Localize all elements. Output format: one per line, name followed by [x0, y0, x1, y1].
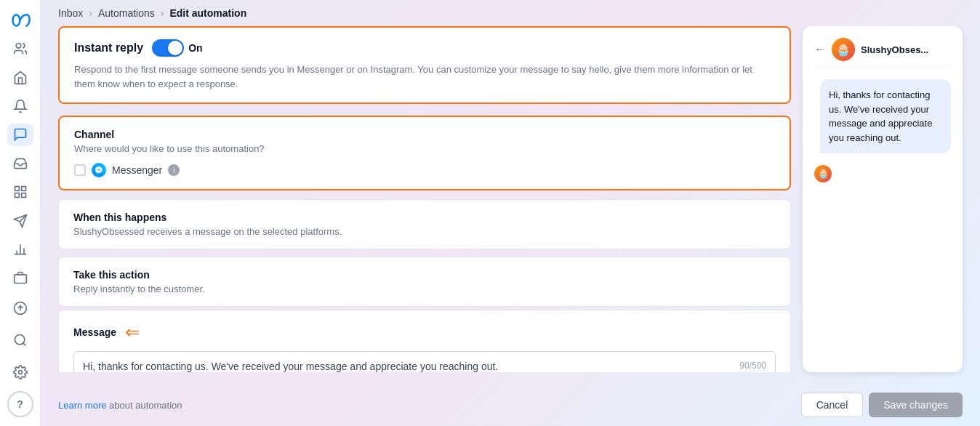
toggle-knob: [168, 41, 182, 55]
cancel-button[interactable]: Cancel: [801, 393, 864, 417]
sidebar-icon-bell[interactable]: [7, 95, 33, 117]
right-panel: ← 🧁 SlushyObses... Hi, thanks for contac…: [803, 26, 963, 372]
svg-point-1: [16, 44, 21, 49]
svg-rect-3: [21, 187, 25, 191]
messenger-label: Messenger: [112, 164, 162, 176]
instant-reply-toggle[interactable]: [152, 39, 184, 57]
sidebar-icon-grid[interactable]: [7, 180, 33, 203]
preview-back-button[interactable]: ←: [814, 43, 826, 56]
preview-message-row: Hi, thanks for contacting us. We've rece…: [814, 79, 951, 159]
channel-card: Channel Where would you like to use this…: [58, 116, 791, 190]
toggle-state-label: On: [188, 42, 202, 54]
sidebar-icon-briefcase[interactable]: [7, 267, 33, 289]
toggle-container[interactable]: On: [152, 39, 202, 57]
save-changes-button[interactable]: Save changes: [869, 393, 963, 417]
sidebar-icon-chart[interactable]: [7, 238, 33, 260]
svg-point-13: [15, 335, 24, 345]
svg-rect-4: [15, 193, 19, 198]
arrow-left-icon: ⇐: [125, 322, 140, 342]
sidebar-icon-search[interactable]: [7, 327, 33, 353]
preview-header: ← 🧁 SlushyObses...: [814, 38, 951, 68]
instant-reply-header: Instant reply On: [74, 39, 775, 57]
preview-sender-avatar: 🧁: [814, 165, 832, 182]
when-title: When this happens: [73, 212, 776, 223]
messenger-checkbox[interactable]: [74, 164, 86, 176]
char-count: 90/500: [739, 361, 766, 371]
message-textarea-container: 90/500: [73, 351, 776, 372]
preview-sender-row: 🧁: [814, 165, 951, 182]
channel-subtitle: Where would you like to use this automat…: [74, 143, 775, 154]
message-textarea[interactable]: [83, 361, 766, 372]
sidebar-icon-people[interactable]: [7, 37, 33, 60]
messenger-info-icon[interactable]: i: [168, 164, 180, 176]
sidebar-icon-help[interactable]: ?: [7, 391, 33, 417]
svg-rect-10: [14, 275, 26, 284]
instant-reply-title: Instant reply: [74, 41, 143, 55]
breadcrumb: Inbox › Automations › Edit automation: [41, 0, 980, 26]
left-panel: Instant reply On Respond to the first me…: [58, 26, 791, 372]
preview-message-bubble: Hi, thanks for contacting us. We've rece…: [820, 79, 951, 153]
svg-line-14: [23, 343, 25, 346]
sidebar-icon-home[interactable]: [7, 66, 33, 89]
meta-logo: [7, 9, 33, 31]
svg-point-15: [18, 371, 22, 374]
breadcrumb-sep-2: ›: [161, 7, 164, 19]
svg-point-0: [12, 15, 20, 25]
sidebar-icon-settings[interactable]: [7, 359, 33, 385]
learn-more-link[interactable]: Learn more: [58, 400, 106, 411]
sidebar-icon-inbox[interactable]: [7, 152, 33, 174]
footer: Learn more about automation Cancel Save …: [41, 384, 980, 426]
footer-about-text: about automation: [106, 400, 182, 411]
footer-learn-more: Learn more about automation: [58, 400, 182, 411]
instant-reply-description: Respond to the first message someone sen…: [74, 63, 775, 91]
sidebar-icon-upload[interactable]: [7, 295, 33, 321]
breadcrumb-inbox[interactable]: Inbox: [58, 7, 83, 19]
sidebar-icon-megaphone[interactable]: [7, 209, 33, 232]
svg-rect-2: [15, 187, 19, 191]
messenger-icon: [92, 163, 106, 177]
sidebar-icon-message[interactable]: [7, 124, 33, 146]
preview-avatar: 🧁: [832, 38, 855, 61]
message-section: Message ⇐ 90/500: [58, 310, 791, 372]
instant-reply-card: Instant reply On Respond to the first me…: [58, 26, 791, 104]
breadcrumb-current: Edit automation: [169, 7, 246, 19]
main-content: Inbox › Automations › Edit automation In…: [41, 0, 980, 426]
action-title: Take this action: [73, 269, 776, 281]
content-area: Instant reply On Respond to the first me…: [41, 26, 980, 384]
preview-business-name: SlushyObses...: [861, 44, 951, 55]
channel-option-messenger: Messenger i: [74, 163, 775, 177]
breadcrumb-sep-1: ›: [89, 7, 92, 19]
breadcrumb-automations[interactable]: Automations: [98, 7, 155, 19]
message-header: Message ⇐: [73, 322, 776, 342]
sidebar: ?: [0, 0, 41, 426]
message-title: Message: [73, 326, 116, 338]
preview-card: ← 🧁 SlushyObses... Hi, thanks for contac…: [803, 26, 963, 372]
footer-buttons: Cancel Save changes: [801, 393, 963, 417]
when-description: SlushyObsessed receives a message on the…: [73, 226, 776, 237]
channel-title: Channel: [74, 129, 775, 140]
svg-rect-5: [21, 193, 25, 198]
action-description: Reply instantly to the customer.: [73, 284, 776, 294]
action-section: Take this action Reply instantly to the …: [58, 257, 791, 307]
when-section: When this happens SlushyObsessed receive…: [58, 199, 791, 249]
